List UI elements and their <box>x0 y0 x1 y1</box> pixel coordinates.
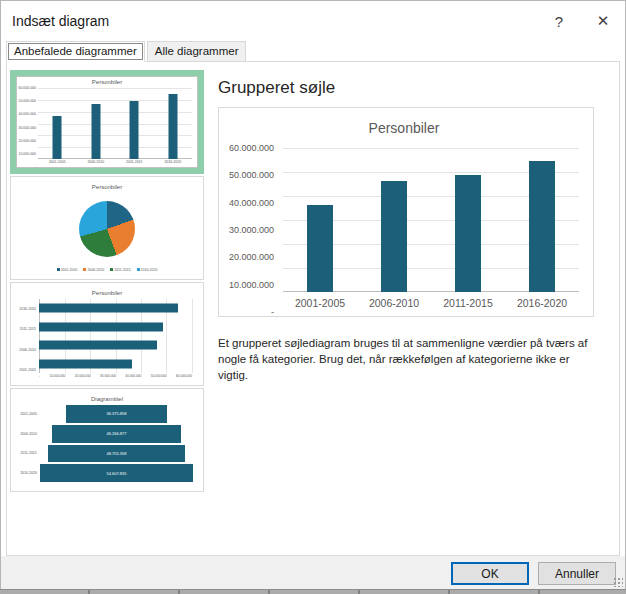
y-tick-label: 10.000.000 <box>18 152 36 156</box>
help-icon[interactable]: ? <box>537 1 581 41</box>
bar <box>39 304 178 313</box>
funnel-bar: 48.755.358 <box>48 445 185 463</box>
mini-column-chart: Personbiler60.000.00050.000.00040.000.00… <box>17 77 197 167</box>
bar <box>39 322 163 331</box>
preview-column-chart: Personbiler60.000.00050.000.00040.000.00… <box>223 116 585 312</box>
gridline <box>283 148 579 149</box>
ok-button[interactable]: OK <box>451 562 529 585</box>
column-bar <box>130 101 139 159</box>
chart-thumbnail-list: Personbiler60.000.00050.000.00040.000.00… <box>7 62 207 555</box>
y-tick-label: 20.000.000 <box>229 252 274 262</box>
x-tick-label: 2001-2005 <box>283 297 357 312</box>
titlebar: Indsæt diagram ? ✕ <box>1 1 625 41</box>
x-tick-label: 2016-2020 <box>505 297 579 312</box>
y-tick-label: 40.000.000 <box>18 112 36 116</box>
funnel-bar: 36.375.858 <box>66 405 168 423</box>
x-tick-label: 2011-2015 <box>431 297 505 312</box>
bar <box>39 341 157 350</box>
preview-heading: Grupperet søjle <box>218 78 619 98</box>
thumbnail-frame: Personbiler2001-20052006-20102011-201520… <box>16 182 198 274</box>
resize-grip[interactable] <box>613 577 623 587</box>
chart-title: Personbiler <box>16 182 198 193</box>
y-tick-label: 2006-2010 <box>16 340 39 360</box>
column-bar <box>381 181 407 292</box>
funnel-row: 2011-201548.755.358 <box>17 445 193 463</box>
x-tick-label: - <box>39 374 40 380</box>
gridline <box>192 299 193 373</box>
legend-item: 2001-2005 <box>57 268 78 272</box>
x-tick-label: 40.000.000 <box>125 374 141 380</box>
y-tick-label: 50.000.000 <box>18 99 36 103</box>
y-tick-label: 10.000.000 <box>229 280 274 290</box>
y-tick-label: 40.000.000 <box>229 198 274 208</box>
mini-funnel-chart: Diagramtitel2001-200536.375.8582006-2010… <box>16 394 198 486</box>
y-tick-label: 20.000.000 <box>18 139 36 143</box>
category-label: 2016-2020 <box>17 464 40 482</box>
dialog-content: Personbiler60.000.00050.000.00040.000.00… <box>6 61 620 556</box>
thumbnail-funnel[interactable]: Diagramtitel2001-200536.375.8582006-2010… <box>10 388 204 492</box>
column-bar <box>91 104 100 159</box>
chart-title: Personbiler <box>223 116 585 148</box>
dialog-footer: OK Annuller <box>1 556 625 589</box>
y-tick-label: 60.000.000 <box>229 143 274 153</box>
thumbnail-frame: Personbiler2016-20202011-20152006-201020… <box>16 288 198 380</box>
gridline <box>38 88 192 89</box>
legend-item: 2006-2010 <box>83 268 104 272</box>
data-label: 48.755.358 <box>106 451 126 456</box>
chart-description: Et grupperet søjlediagram bruges til at … <box>218 335 590 383</box>
thumbnail-clustered-column[interactable]: Personbiler60.000.00050.000.00040.000.00… <box>10 70 204 174</box>
x-tick-label: 2011-2015 <box>115 160 154 167</box>
tab-bar: Anbefalede diagrammer Alle diagrammer <box>1 41 625 62</box>
close-icon[interactable]: ✕ <box>581 1 625 41</box>
dialog-title: Indsæt diagram <box>12 13 109 29</box>
legend: 2001-20052006-20102011-20152016-2020 <box>16 265 198 274</box>
mini-bar-chart: Personbiler2016-20202011-20152006-201020… <box>16 288 198 380</box>
legend-item: 2011-2015 <box>110 268 130 272</box>
y-tick-label: 2016-2020 <box>16 299 39 319</box>
pie <box>79 201 135 257</box>
y-tick-label: - <box>35 165 36 169</box>
insert-chart-dialog: Indsæt diagram ? ✕ Anbefalede diagrammer… <box>0 0 626 589</box>
y-tick-label: 50.000.000 <box>229 170 274 180</box>
y-tick-label: 2011-2015 <box>16 319 39 339</box>
funnel-row: 2006-201046.266.877 <box>17 425 193 443</box>
tab-all-charts[interactable]: Alle diagrammer <box>147 41 247 62</box>
thumbnail-pie[interactable]: Personbiler2001-20052006-20102011-201520… <box>10 176 204 280</box>
preview-chart-box: Personbiler60.000.00050.000.00040.000.00… <box>218 107 594 317</box>
column-bar <box>168 94 177 159</box>
y-tick-label: 30.000.000 <box>18 126 36 130</box>
x-tick-label: 20.000.000 <box>75 374 91 380</box>
category-label: 2001-2005 <box>17 405 40 423</box>
x-tick-label: 2006-2010 <box>357 297 431 312</box>
thumbnail-frame: Diagramtitel2001-200536.375.8582006-2010… <box>16 394 198 486</box>
column-bar <box>455 175 481 292</box>
legend-item: 2016-2020 <box>137 268 158 272</box>
bar <box>39 359 132 368</box>
thumbnail-frame: Personbiler60.000.00050.000.00040.000.00… <box>16 76 198 168</box>
x-tick-label: 10.000.000 <box>49 374 65 380</box>
y-tick-label: 60.000.000 <box>18 86 36 90</box>
funnel-bar: 54.607.835 <box>40 464 193 482</box>
x-tick-label: 60.000.000 <box>176 374 192 380</box>
excel-background-strip <box>0 589 626 594</box>
tab-recommended-charts[interactable]: Anbefalede diagrammer <box>6 41 145 62</box>
thumbnail-bar[interactable]: Personbiler2016-20202011-20152006-201020… <box>10 282 204 386</box>
y-tick-label: 30.000.000 <box>229 225 274 235</box>
data-label: 36.375.858 <box>106 411 126 416</box>
category-label: 2011-2015 <box>17 445 40 463</box>
x-tick-label: 2016-2020 <box>154 160 193 167</box>
x-tick-label: 50.000.000 <box>151 374 167 380</box>
data-label: 54.607.835 <box>106 471 126 476</box>
funnel-row: 2001-200536.375.858 <box>17 405 193 423</box>
cancel-button[interactable]: Annuller <box>538 562 616 585</box>
y-tick-label: - <box>271 307 274 317</box>
mini-pie-chart: Personbiler2001-20052006-20102011-201520… <box>16 182 198 274</box>
x-tick-label: 2001-2005 <box>38 160 77 167</box>
chart-title: Personbiler <box>16 288 198 299</box>
chart-title: Personbiler <box>17 77 197 88</box>
x-tick-label: 30.000.000 <box>100 374 116 380</box>
funnel-bar: 46.266.877 <box>52 425 182 443</box>
data-label: 46.266.877 <box>106 431 126 436</box>
category-label: 2006-2010 <box>17 425 40 443</box>
column-bar <box>307 205 333 292</box>
